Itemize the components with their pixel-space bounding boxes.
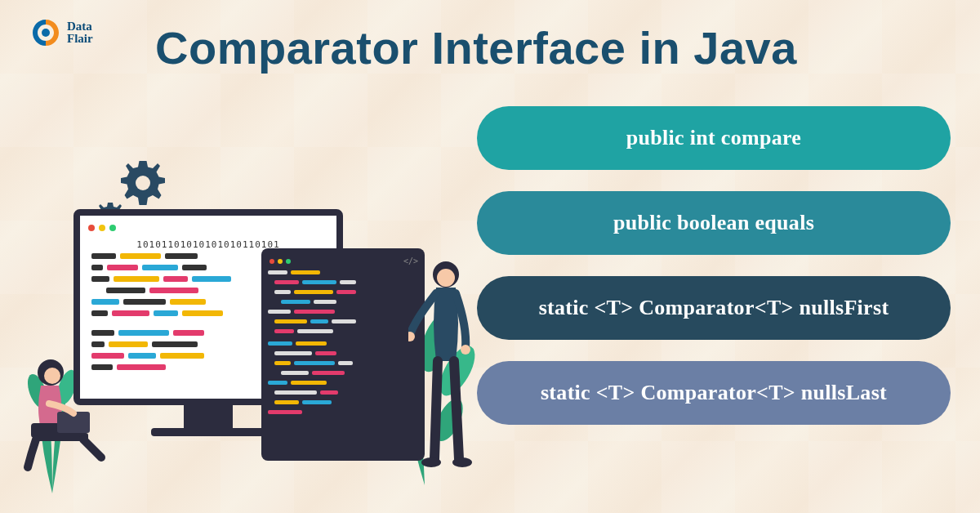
logo-text: Data Flair xyxy=(67,20,93,45)
logo-text-line2: Flair xyxy=(67,33,93,45)
svg-point-18 xyxy=(437,269,455,287)
pill-label: public boolean equals xyxy=(613,211,814,235)
svg-point-20 xyxy=(461,345,470,355)
pill-nullsfirst: static <T> Comparator<T> nullsFirst xyxy=(477,276,951,340)
brand-logo: Data Flair xyxy=(29,16,93,49)
logo-text-line1: Data xyxy=(67,20,93,33)
svg-point-21 xyxy=(421,457,441,467)
editor-code-lines xyxy=(268,270,418,414)
pill-label: public int compare xyxy=(626,126,801,150)
pill-nullslast: static <T> Comparator<T> nullsLast xyxy=(477,361,951,425)
svg-point-0 xyxy=(42,29,50,37)
logo-icon xyxy=(29,16,62,49)
pill-compare: public int compare xyxy=(477,106,951,170)
svg-point-1 xyxy=(136,176,150,190)
editor-top-bar: </> xyxy=(268,255,418,270)
code-editor-illustration: </> xyxy=(261,248,425,461)
pill-label: static <T> Comparator<T> nullsFirst xyxy=(539,296,889,320)
person-standing-icon xyxy=(408,256,490,469)
method-list: public int compare public boolean equals… xyxy=(477,106,951,425)
svg-point-22 xyxy=(452,457,472,467)
pill-label: static <T> Comparator<T> nullsLast xyxy=(541,381,887,405)
page-title: Comparator Interface in Java xyxy=(155,21,797,74)
window-controls-icon xyxy=(87,222,330,236)
illustration: 1010110101010101011010­1 </> xyxy=(16,134,490,493)
svg-point-13 xyxy=(44,368,60,384)
person-sitting-icon xyxy=(16,351,114,474)
pill-equals: public boolean equals xyxy=(477,191,951,255)
